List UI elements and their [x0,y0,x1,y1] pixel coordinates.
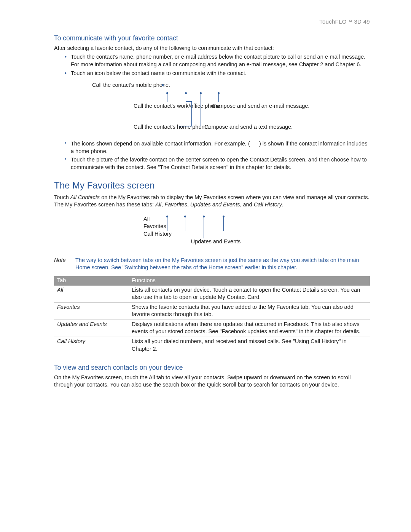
callout-line [223,217,224,231]
paragraph: On the My Favorites screen, touch the Al… [54,374,370,389]
tab-label-history: Call History [143,230,280,238]
tab-label-all: All [143,216,280,223]
note-block: Note The way to switch between tabs on t… [54,257,370,272]
paragraph: Touch All Contacts on the My Favorites t… [54,194,370,209]
page-header: TouchFLO™ 3D 49 [54,18,370,26]
callout-line [167,217,167,231]
tabs-functions-table: Tab Functions All Lists all contacts on … [54,276,370,354]
callout-line [186,101,192,102]
heading-my-favorites: The My Favorites screen [54,179,370,192]
table-cell-tab: Favorites [54,302,129,320]
callout-email: Compose and send an e-mail message. [212,102,309,109]
table-header-functions: Functions [129,276,370,286]
text-italic: Favorites [164,201,187,208]
tab-label-favorites: Favorites [143,223,280,230]
text: , [187,201,190,208]
document-page: TouchFLO™ 3D 49 To communicate with your… [0,0,411,532]
table-row: Updates and Events Displays notification… [54,320,370,337]
callout-line [201,93,201,126]
contact-icons-callout: Call the contact's mobile phone. Call th… [92,81,370,139]
text: , and [240,201,253,208]
table-cell-tab: All [54,286,129,303]
text-italic: Call History [254,201,282,208]
bullet-list: Touch the contact's name, phone number, … [54,53,370,77]
paragraph: After selecting a favorite contact, do a… [54,45,370,52]
table-cell-tab: Updates and Events [54,320,129,337]
bullet-item: Touch the contact's name, phone number, … [71,53,370,68]
callout-line [191,102,192,126]
table-cell-func: Displays notifications when there are up… [129,320,370,337]
callout-line [204,217,204,238]
table-row: Favorites Shows the favorite contacts th… [54,302,370,320]
note-label: Note [54,257,71,272]
callout-text: Compose and send a text message. [204,123,293,130]
text-italic: All [155,201,161,208]
note-body: The way to switch between tabs on the My… [75,257,370,272]
callout-line [179,126,191,126]
text: , [161,201,164,208]
callout-work: Call the contact's work/office phone. [134,102,221,109]
text: Touch [54,194,70,200]
table-cell-func: Shows the favorite contacts that you hav… [129,302,370,320]
tab-label-updates: Updates and Events [143,238,288,246]
table-cell-func: Lists all your dialed numbers, and recei… [129,337,370,354]
text-italic: Updates and Events [190,201,240,208]
bullet-list: The icons shown depend on available cont… [54,140,370,171]
table-cell-func: Lists all contacts on your device. Touch… [129,286,370,303]
text: . [282,201,284,208]
callout-line [186,93,186,102]
heading-view-search: To view and search contacts on your devi… [54,363,370,372]
indent-para: The icons shown depend on available cont… [71,140,370,155]
heading-communicate: To communicate with your favorite contac… [54,34,370,43]
table-cell-tab: Call History [54,337,129,354]
callout-line [167,93,167,102]
section-name: TouchFLO™ 3D [319,18,362,25]
callout-home: Call the contact's home phone. [134,123,209,130]
table-header-tab: Tab [54,276,129,286]
text-italic: All Contacts [70,194,100,200]
callout-line [138,85,162,85]
table-header-row: Tab Functions [54,276,370,286]
page-number: 49 [362,18,370,25]
tabs-callout: All Favorites Call History Updates and E… [143,216,280,254]
bullet-item: Touch the picture of the favorite contac… [71,156,370,171]
table-row: Call History Lists all your dialed numbe… [54,337,370,354]
callout-line [185,217,185,231]
bullet-item: Touch an icon below the contact name to … [71,70,370,77]
text: The icons shown depend on available cont… [71,141,250,147]
table-row: All Lists all contacts on your device. T… [54,286,370,303]
callout-line [218,93,219,102]
